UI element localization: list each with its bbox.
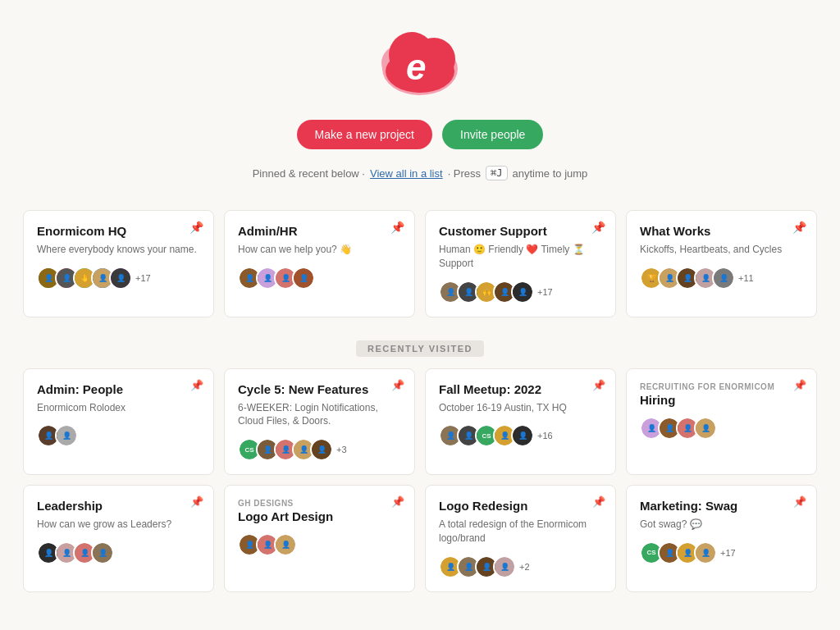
avatar-count: +11	[738, 273, 754, 283]
card-title: Marketing: Swag	[640, 499, 803, 513]
project-card-what-works[interactable]: 📌 What Works Kickoffs, Heartbeats, and C…	[626, 210, 817, 317]
card-title: Hiring	[640, 393, 803, 407]
avatar: 👤	[511, 424, 534, 447]
pin-icon: 📌	[793, 495, 806, 508]
project-card-admin-people[interactable]: 📌 Admin: People Enormicom Rolodex 👤 👤	[23, 368, 214, 476]
avatar: 👤	[292, 267, 315, 290]
avatar-group: CS 👤 👤 👤 👤 +3	[238, 438, 401, 461]
avatar-count: +2	[519, 562, 530, 572]
card-title: Admin/HR	[238, 224, 401, 238]
card-description: 6-WEEKER: Login Notifications, Cloud Fil…	[238, 401, 401, 429]
pin-icon: 📌	[792, 221, 806, 234]
page-header: e Make a new project Invite people Pinne…	[0, 0, 840, 210]
pin-icon: 📌	[190, 379, 203, 391]
avatar: 👤	[91, 541, 114, 564]
card-description: How can we help you? 👋	[238, 243, 401, 257]
action-buttons: Make a new project Invite people	[297, 120, 544, 149]
avatar: 👤	[55, 424, 78, 447]
card-title: Enormicom HQ	[37, 224, 200, 238]
avatar: 👤	[109, 267, 132, 290]
project-card-marketing-swag[interactable]: 📌 Marketing: Swag Got swag? 💬 CS 👤 👤 👤 +…	[626, 485, 817, 592]
project-card-leadership[interactable]: 📌 Leadership How can we grow as Leaders?…	[23, 485, 214, 592]
avatar-count: +17	[135, 273, 151, 283]
project-card-cycle5[interactable]: 📌 Cycle 5: New Features 6-WEEKER: Login …	[224, 368, 415, 476]
avatar-group: 🏆 👤 👤 👤 👤 +11	[640, 267, 803, 290]
new-project-button[interactable]: Make a new project	[297, 120, 432, 149]
card-description: Got swag? 💬	[640, 518, 803, 532]
card-meta: RECRUITING FOR ENORMICOM	[640, 382, 803, 391]
project-card-hiring[interactable]: 📌 RECRUITING FOR ENORMICOM Hiring 👤 👤 👤 …	[626, 368, 817, 476]
avatar-group: 👤 👤 👤 👤	[37, 541, 200, 564]
avatar: 👤	[694, 541, 717, 564]
pinned-projects-grid: 📌 Enormicom HQ Where everybody knows you…	[23, 210, 817, 317]
avatar-count: +17	[537, 287, 553, 297]
avatar: 👤	[274, 533, 297, 556]
avatar-group: 👤 👤 👤	[238, 533, 401, 556]
avatar: 👤	[694, 417, 717, 440]
pinned-text-after: · Press	[448, 167, 481, 180]
card-title: Customer Support	[439, 224, 602, 238]
avatar: 👤	[712, 267, 735, 290]
avatar: 👤	[493, 555, 516, 578]
project-card-logo-art[interactable]: 📌 GH DESIGNS Logo Art Design 👤 👤 👤	[224, 485, 415, 592]
project-card-admin-hr[interactable]: 📌 Admin/HR How can we help you? 👋 👤 👤 👤 …	[224, 210, 415, 317]
card-description: Kickoffs, Heartbeats, and Cycles	[640, 243, 803, 257]
pin-icon: 📌	[391, 379, 404, 391]
card-title: Logo Art Design	[238, 509, 401, 523]
pin-icon: 📌	[391, 495, 404, 508]
card-description: A total redesign of the Enormicom logo/b…	[439, 518, 602, 546]
project-card-fall-meetup[interactable]: 📌 Fall Meetup: 2022 October 16-19 Austin…	[425, 368, 616, 476]
avatar-group: 👤 👤 👤 👤	[238, 267, 401, 290]
card-title: Logo Redesign	[439, 499, 602, 513]
avatar-group: 👤 👤 🙌 👤 👤 +17	[439, 281, 602, 304]
avatar-group: 👤 👤 🤚 👤 👤 +17	[37, 267, 200, 290]
pinned-text-before: Pinned & recent below ·	[253, 167, 365, 180]
pin-icon: 📌	[793, 379, 806, 391]
project-card-enormicom-hq[interactable]: 📌 Enormicom HQ Where everybody knows you…	[23, 210, 214, 317]
pin-icon: 📌	[189, 221, 203, 234]
card-description: October 16-19 Austin, TX HQ	[439, 401, 602, 415]
pinned-notice: Pinned & recent below · View all in a li…	[253, 166, 588, 180]
recently-visited-label: RECENTLY VISITED	[23, 340, 817, 355]
keyboard-shortcut: ⌘J	[486, 166, 507, 180]
pinned-text-end: anytime to jump	[513, 167, 588, 180]
pin-icon: 📌	[190, 495, 203, 508]
card-title: What Works	[640, 224, 803, 238]
pin-icon: 📌	[592, 495, 605, 508]
avatar-group: 👤 👤	[37, 424, 200, 447]
pin-icon: 📌	[591, 221, 605, 234]
card-title: Admin: People	[37, 382, 200, 396]
avatar-count: +16	[537, 431, 553, 441]
pin-icon: 📌	[592, 379, 605, 391]
avatar: 👤	[511, 281, 534, 304]
card-description: Where everybody knows your name.	[37, 243, 200, 257]
avatar-group: 👤 👤 👤 👤	[640, 417, 803, 440]
project-card-customer-support[interactable]: 📌 Customer Support Human 🙂 Friendly ❤️ T…	[425, 210, 616, 317]
card-description: Human 🙂 Friendly ❤️ Timely ⏳ Support	[439, 243, 602, 271]
avatar-group: CS 👤 👤 👤 +17	[640, 541, 803, 564]
card-title: Cycle 5: New Features	[238, 382, 401, 396]
project-card-logo-redesign[interactable]: 📌 Logo Redesign A total redesign of the …	[425, 485, 616, 592]
pin-icon: 📌	[390, 221, 404, 234]
card-title: Leadership	[37, 499, 200, 513]
avatar-count: +3	[336, 445, 347, 454]
card-description: Enormicom Rolodex	[37, 401, 200, 415]
card-description: How can we grow as Leaders?	[37, 518, 200, 532]
view-all-link[interactable]: View all in a list	[370, 167, 443, 180]
card-meta: GH DESIGNS	[238, 499, 401, 508]
avatar-group: 👤 👤 👤 👤 +2	[439, 555, 602, 578]
invite-people-button[interactable]: Invite people	[442, 120, 543, 149]
logo: e	[375, 26, 465, 103]
main-content: 📌 Enormicom HQ Where everybody knows you…	[0, 210, 840, 612]
recent-projects-grid: 📌 Admin: People Enormicom Rolodex 👤 👤 📌 …	[23, 368, 817, 592]
avatar: 👤	[310, 438, 333, 461]
avatar-group: 👤 👤 CS 👤 👤 +16	[439, 424, 602, 447]
card-title: Fall Meetup: 2022	[439, 382, 602, 396]
svg-text:e: e	[406, 47, 426, 87]
avatar-count: +17	[720, 548, 736, 558]
